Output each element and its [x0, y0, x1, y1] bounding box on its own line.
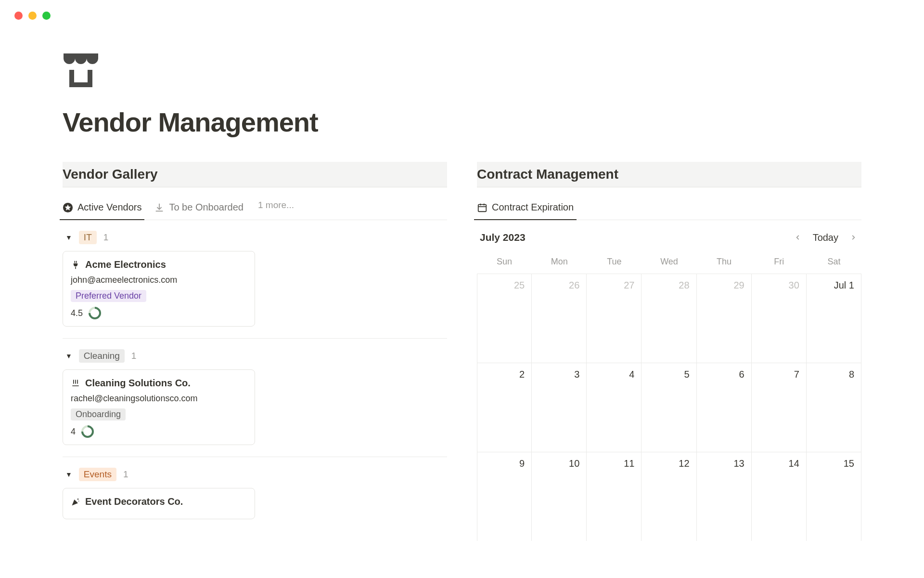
calendar-cell[interactable]: 14: [752, 452, 807, 541]
plug-icon: [71, 260, 80, 270]
vendor-card-events[interactable]: Event Decorators Co.: [63, 488, 255, 519]
svg-rect-2: [69, 82, 92, 87]
calendar-icon: [477, 202, 488, 213]
calendar-cell[interactable]: 5: [642, 363, 696, 452]
tab-active-vendors-label: Active Vendors: [77, 202, 141, 213]
group-cleaning-tag: Cleaning: [79, 349, 125, 363]
cleaning-icon: [71, 379, 80, 388]
vendor-card-cleaning-name: Cleaning Solutions Co.: [85, 378, 191, 389]
star-icon: [63, 202, 73, 213]
dow-wed: Wed: [642, 252, 696, 274]
tab-to-be-onboarded[interactable]: To be Onboarded: [154, 197, 244, 220]
dow-sat: Sat: [807, 252, 861, 274]
vendor-card-acme-badge: Preferred Vendor: [71, 290, 146, 302]
calendar-cell[interactable]: 15: [807, 452, 861, 541]
progress-ring-icon: [79, 423, 97, 441]
calendar-grid: Sun Mon Tue Wed Thu Fri Sat 25 26 27 28 …: [477, 252, 861, 541]
caret-down-icon[interactable]: ▼: [65, 234, 72, 241]
dow-mon: Mon: [532, 252, 587, 274]
calendar-cell[interactable]: 10: [532, 452, 587, 541]
calendar-cell[interactable]: 13: [697, 452, 752, 541]
group-events[interactable]: ▼ Events 1: [63, 457, 447, 488]
close-window-button[interactable]: [14, 12, 23, 20]
vendor-card-cleaning-badge: Onboarding: [71, 408, 126, 420]
maximize-window-button[interactable]: [42, 12, 51, 20]
dow-thu: Thu: [697, 252, 752, 274]
vendor-card-cleaning[interactable]: Cleaning Solutions Co. rachel@cleaningso…: [63, 369, 255, 445]
calendar-cell[interactable]: 6: [697, 363, 752, 452]
calendar-cell[interactable]: 11: [587, 452, 642, 541]
tab-active-vendors[interactable]: Active Vendors: [63, 197, 141, 220]
calendar-cell[interactable]: Jul 1: [807, 274, 861, 363]
vendor-gallery-tabs: Active Vendors To be Onboarded 1 more...: [63, 187, 447, 220]
vendor-gallery-column: Vendor Gallery Active Vendors To be Onbo…: [63, 162, 447, 541]
dow-sun: Sun: [477, 252, 532, 274]
calendar-month: July 2023: [480, 232, 526, 243]
svg-point-4: [77, 498, 79, 499]
calendar-cell[interactable]: 2: [477, 363, 532, 452]
calendar-today-button[interactable]: Today: [813, 232, 838, 243]
tabs-more[interactable]: 1 more...: [258, 200, 294, 217]
vendor-card-acme-email: john@acmeelectronics.com: [71, 275, 247, 285]
contract-tabs: Contract Expiration: [477, 187, 861, 220]
progress-ring-icon: [86, 304, 104, 322]
tab-to-be-onboarded-label: To be Onboarded: [169, 202, 244, 213]
tab-contract-expiration-label: Contract Expiration: [492, 202, 574, 213]
calendar-cell[interactable]: 12: [642, 452, 696, 541]
calendar-cell[interactable]: 3: [532, 363, 587, 452]
vendor-gallery-header: Vendor Gallery: [63, 162, 447, 187]
calendar-cell[interactable]: 25: [477, 274, 532, 363]
calendar-header: July 2023 Today: [477, 220, 861, 252]
vendor-card-cleaning-email: rachel@cleaningsolutionsco.com: [71, 394, 247, 404]
group-it[interactable]: ▼ IT 1: [63, 220, 447, 251]
download-icon: [154, 202, 165, 213]
vendor-card-cleaning-rating: 4: [71, 427, 76, 437]
calendar-cell[interactable]: 26: [532, 274, 587, 363]
calendar-next-button[interactable]: [848, 232, 859, 243]
vendor-card-acme[interactable]: Acme Electronics john@acmeelectronics.co…: [63, 251, 255, 327]
group-events-tag: Events: [79, 468, 116, 481]
caret-down-icon[interactable]: ▼: [65, 352, 72, 360]
calendar-cell[interactable]: 29: [697, 274, 752, 363]
shop-icon: [63, 49, 99, 87]
tab-contract-expiration[interactable]: Contract Expiration: [477, 197, 574, 220]
vendor-card-acme-name: Acme Electronics: [85, 259, 166, 270]
dow-fri: Fri: [752, 252, 807, 274]
calendar-cell[interactable]: 30: [752, 274, 807, 363]
svg-rect-6: [478, 204, 487, 211]
vendor-gallery-title: Vendor Gallery: [63, 167, 447, 182]
calendar-cell[interactable]: 7: [752, 363, 807, 452]
caret-down-icon[interactable]: ▼: [65, 471, 72, 478]
calendar-prev-button[interactable]: [793, 232, 803, 243]
group-cleaning-count: 1: [131, 351, 137, 361]
group-events-count: 1: [123, 469, 128, 480]
calendar-cell[interactable]: 9: [477, 452, 532, 541]
calendar-cell[interactable]: 28: [642, 274, 696, 363]
calendar-cell[interactable]: 8: [807, 363, 861, 452]
dow-tue: Tue: [587, 252, 642, 274]
group-it-count: 1: [103, 232, 109, 243]
vendor-card-events-name: Event Decorators Co.: [85, 496, 183, 507]
svg-point-5: [78, 500, 79, 501]
minimize-window-button[interactable]: [28, 12, 37, 20]
contract-management-header: Contract Management: [477, 162, 861, 187]
group-cleaning[interactable]: ▼ Cleaning 1: [63, 339, 447, 369]
group-it-tag: IT: [79, 231, 97, 244]
contract-management-title: Contract Management: [477, 167, 861, 182]
calendar-cell[interactable]: 27: [587, 274, 642, 363]
vendor-card-acme-rating: 4.5: [71, 308, 83, 318]
contract-management-column: Contract Management Contract Expiration …: [477, 162, 861, 541]
calendar-cell[interactable]: 4: [587, 363, 642, 452]
window-traffic-lights: [0, 0, 924, 20]
party-icon: [71, 497, 80, 507]
page-title: Vendor Management: [63, 106, 861, 138]
